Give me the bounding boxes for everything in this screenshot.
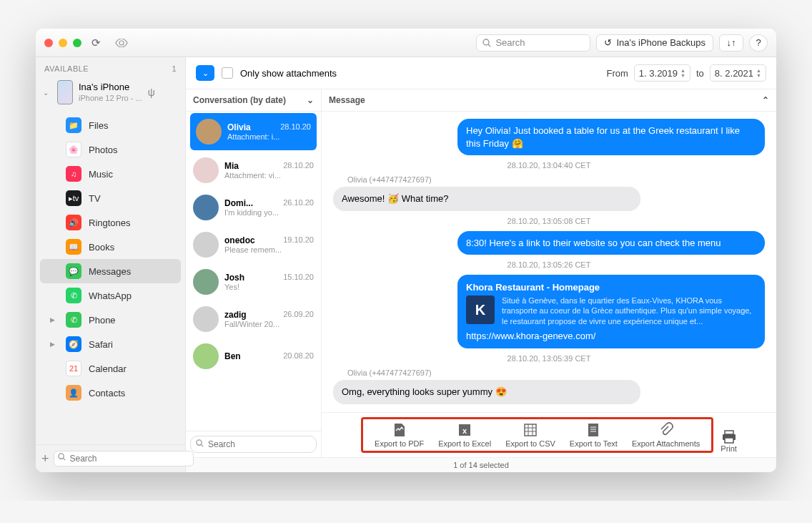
- svg-point-4: [197, 440, 202, 445]
- sidebar-item-photos[interactable]: 🌸Photos: [40, 137, 181, 162]
- calendar-icon: 21: [66, 361, 81, 376]
- sidebar-item-safari[interactable]: ▶🧭Safari: [40, 332, 181, 356]
- sidebar-item-calendar[interactable]: 21Calendar: [40, 356, 181, 381]
- sender-label: Olivia (+447477427697): [347, 175, 765, 184]
- svg-line-3: [63, 458, 65, 460]
- sidebar-item-label: Phone: [89, 315, 116, 326]
- export-group-highlight: Export to PDFxExport to ExcelExport to C…: [361, 417, 713, 453]
- conversation-row[interactable]: Ben20.08.20: [186, 338, 321, 375]
- filter-dropdown[interactable]: ⌄: [196, 65, 214, 81]
- conversation-preview: Yes!: [224, 283, 314, 291]
- chevron-down-icon: ⌄: [307, 95, 314, 105]
- sidebar-item-label: Contacts: [89, 388, 125, 399]
- sidebar-item-label: TV: [89, 193, 101, 204]
- titlebar: ⟳ Search ↺ Ina's iPhone Backups ↓↑ ?: [36, 29, 776, 57]
- phone-icon: ✆: [66, 312, 81, 328]
- zoom-window-button[interactable]: [73, 39, 81, 47]
- export-csv-button[interactable]: Export to CSV: [498, 421, 563, 449]
- close-window-button[interactable]: [44, 39, 53, 47]
- conversation-preview: I'm kidding yo...: [224, 208, 314, 217]
- export-excel-button[interactable]: xExport to Excel: [431, 421, 498, 449]
- sidebar-item-contacts[interactable]: 👤Contacts: [40, 381, 181, 405]
- sender-label: Olivia (+447477427697): [347, 368, 765, 377]
- sidebar-item-books[interactable]: 📖Books: [40, 235, 181, 259]
- conversation-row[interactable]: zadig26.09.20Fall/Winter 20...: [186, 300, 321, 338]
- sidebar-item-label: Safari: [89, 339, 113, 350]
- date-to-input[interactable]: 8. 2.2021 ▲▼: [710, 64, 766, 82]
- tv-icon: ▸tv: [66, 190, 81, 206]
- conversation-name: Mia: [224, 161, 239, 171]
- conversation-column: Conversation (by date) ⌄ Olivia28.10.20A…: [186, 89, 322, 457]
- sidebar-item-label: WhatsApp: [89, 290, 132, 301]
- sidebar-item-label: Files: [89, 120, 108, 131]
- export-pdf-button[interactable]: Export to PDF: [367, 421, 431, 449]
- conversation-header[interactable]: Conversation (by date) ⌄: [186, 89, 321, 112]
- sidebar-item-whatsapp[interactable]: ✆WhatsApp: [40, 283, 181, 308]
- print-icon: [721, 430, 737, 444]
- message-bubble-sent: Hey Olivia! Just booked a table for us a…: [457, 119, 765, 155]
- pdf-icon: [392, 422, 407, 438]
- chevron-down-icon[interactable]: ⌄: [43, 89, 49, 97]
- avatar: [193, 343, 219, 369]
- conversation-date: 26.10.20: [283, 198, 314, 208]
- svg-rect-13: [588, 424, 598, 436]
- device-row[interactable]: ⌄ Ina's iPhone iPhone 12 Pro - ... ψ: [36, 77, 185, 107]
- timestamp: 28.10.20, 13:05:26 CET: [333, 260, 765, 269]
- add-button[interactable]: +: [41, 451, 49, 466]
- export-text-button[interactable]: Export to Text: [563, 421, 625, 449]
- sidebar-item-label: Messages: [89, 266, 131, 277]
- sidebar-item-music[interactable]: ♫Music: [40, 162, 181, 186]
- usb-icon: ψ: [148, 87, 155, 98]
- conversation-row[interactable]: Josh15.10.20Yes!: [186, 263, 321, 300]
- link-thumb: K: [466, 295, 495, 324]
- svg-rect-17: [725, 431, 733, 434]
- avatar: [193, 306, 219, 332]
- to-label: to: [696, 68, 704, 79]
- sidebar-item-tv[interactable]: ▸tvTV: [40, 186, 181, 210]
- backups-button[interactable]: ↺ Ina's iPhone Backups: [596, 34, 713, 52]
- sidebar-item-phone[interactable]: ▶✆Phone: [40, 308, 181, 332]
- conversation-date: 20.08.20: [283, 351, 314, 361]
- music-icon: ♫: [66, 166, 81, 182]
- transfer-button[interactable]: ↓↑: [719, 34, 743, 52]
- avatar: [193, 269, 219, 295]
- export-label: Export to Text: [570, 439, 618, 448]
- sidebar-header: AVAILABLE 1: [36, 57, 185, 77]
- sidebar-item-messages[interactable]: 💬Messages: [40, 259, 181, 283]
- minimize-window-button[interactable]: [59, 39, 67, 47]
- stepper-icon[interactable]: ▲▼: [680, 68, 685, 78]
- sidebar-item-files[interactable]: 📁Files: [40, 113, 181, 137]
- search-input[interactable]: Search: [476, 34, 590, 52]
- eye-icon[interactable]: [111, 39, 132, 47]
- date-from-input[interactable]: 1. 3.2019 ▲▼: [634, 64, 690, 82]
- export-attach-button[interactable]: Export Attachments: [625, 421, 707, 449]
- sidebar-item-ringtones[interactable]: 🔊Ringtones: [40, 210, 181, 235]
- export-bar: Export to PDFxExport to ExcelExport to C…: [322, 412, 776, 457]
- stepper-icon[interactable]: ▲▼: [756, 68, 761, 78]
- print-button[interactable]: Print: [721, 430, 737, 453]
- refresh-icon[interactable]: ⟳: [87, 36, 105, 49]
- attachments-checkbox[interactable]: [222, 67, 233, 79]
- window-controls: [44, 39, 81, 47]
- history-icon: ↺: [604, 37, 612, 48]
- from-label: From: [607, 68, 628, 79]
- avatar: [193, 195, 219, 220]
- link-preview[interactable]: Khora Restaurant - HomepageKSitué à Genè…: [457, 275, 765, 348]
- conversation-row[interactable]: Olivia28.10.20Attachment: i...: [190, 113, 317, 150]
- conversation-name: Ben: [224, 351, 241, 361]
- svg-line-5: [201, 444, 203, 446]
- conversation-preview: Attachment: vi...: [224, 171, 314, 180]
- conversation-date: 28.10.20: [283, 161, 314, 171]
- conversation-row[interactable]: Mia28.10.20Attachment: vi...: [186, 152, 321, 189]
- message-header[interactable]: Message ⌃: [322, 89, 776, 112]
- conversation-date: 15.10.20: [283, 273, 314, 283]
- conversation-row[interactable]: onedoc19.10.20Please remem...: [186, 226, 321, 263]
- arrows-icon: ↓↑: [727, 37, 736, 48]
- avatar: [196, 119, 222, 145]
- sidebar-search-input[interactable]: [54, 451, 194, 466]
- timestamp: 28.10.20, 13:04:40 CET: [333, 161, 765, 170]
- csv-icon: [523, 422, 538, 438]
- help-button[interactable]: ?: [749, 34, 768, 52]
- conversation-search-input[interactable]: [190, 436, 317, 453]
- conversation-row[interactable]: Domi...26.10.20I'm kidding yo...: [186, 189, 321, 226]
